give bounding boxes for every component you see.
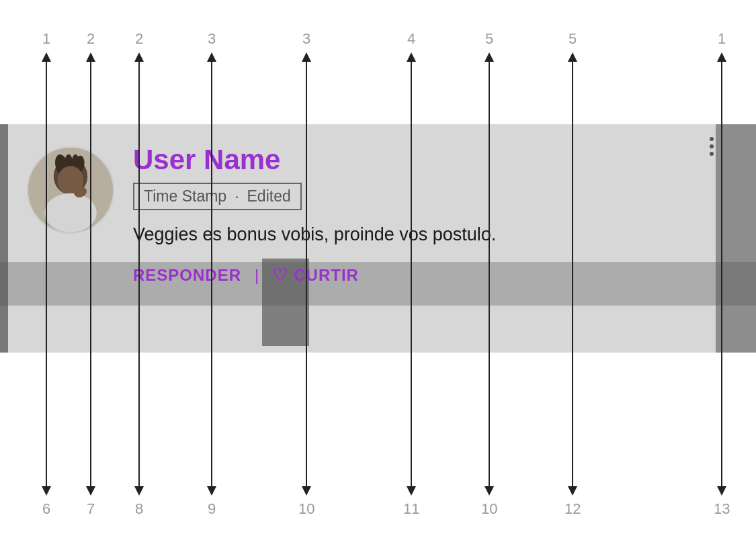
bottom-label-2: 7: [87, 496, 95, 548]
arrowhead-up-7: [485, 52, 494, 62]
post-text: Veggies es bonus vobis, proinde vos post…: [133, 222, 743, 248]
bottom-label-8: 12: [564, 496, 581, 548]
top-label-6: 4: [407, 0, 415, 52]
arrowhead-up-9: [717, 52, 726, 62]
bottom-label-3: 8: [135, 496, 143, 548]
heart-icon: ♡: [272, 265, 288, 286]
bottom-label-1: 6: [42, 496, 50, 548]
more-options-button[interactable]: [704, 134, 719, 158]
svg-rect-11: [28, 148, 113, 232]
top-label-9: 1: [718, 0, 726, 52]
top-label-1: 1: [42, 0, 50, 52]
like-button[interactable]: ♡ CURTIR: [272, 265, 359, 286]
reply-button[interactable]: RESPONDER: [133, 266, 241, 285]
card-body: User Name Time Stamp · Edited Veggies es…: [114, 141, 743, 286]
bottom-label-5: 10: [298, 496, 314, 548]
meta-row: Time Stamp · Edited: [133, 183, 302, 210]
arrowhead-up-6: [407, 52, 416, 62]
top-label-4: 3: [208, 0, 216, 52]
more-dot-1: [710, 137, 714, 141]
arrowhead-down-2: [86, 486, 95, 496]
action-separator: |: [255, 266, 259, 285]
edited-badge: Edited: [247, 187, 291, 205]
arrowhead-up-8: [568, 52, 577, 62]
top-label-2: 2: [87, 0, 95, 52]
bottom-label-9: 13: [714, 496, 730, 548]
top-label-3: 2: [135, 0, 143, 52]
left-accent-bar: [0, 124, 8, 353]
arrowhead-up-2: [86, 52, 95, 62]
arrowhead-down-5: [302, 486, 311, 496]
bottom-label-4: 9: [208, 496, 216, 548]
timestamp: Time Stamp: [144, 187, 226, 205]
more-dot-3: [710, 152, 714, 156]
arrowhead-up-3: [134, 52, 144, 62]
arrowhead-down-6: [407, 486, 416, 496]
avatar: [27, 146, 114, 234]
meta-separator: ·: [235, 187, 239, 205]
top-label-8: 5: [569, 0, 577, 52]
arrowhead-down-1: [42, 486, 51, 496]
arrowhead-up-5: [302, 52, 311, 62]
arrowhead-down-7: [485, 486, 494, 496]
arrowhead-up-4: [207, 52, 216, 62]
arrowhead-up-1: [42, 52, 51, 62]
arrowhead-down-8: [568, 486, 577, 496]
avatar-image: [28, 148, 113, 232]
top-label-5: 3: [302, 0, 310, 52]
arrowhead-down-4: [207, 486, 216, 496]
like-label: CURTIR: [294, 266, 359, 285]
bottom-label-6: 11: [403, 496, 419, 548]
arrowhead-down-9: [717, 486, 726, 496]
actions-row: RESPONDER | ♡ CURTIR: [133, 265, 743, 286]
top-label-7: 5: [485, 0, 493, 52]
arrowhead-down-3: [134, 486, 144, 496]
bottom-label-7: 10: [481, 496, 497, 548]
more-dot-2: [710, 144, 714, 148]
username: User Name: [133, 144, 743, 176]
